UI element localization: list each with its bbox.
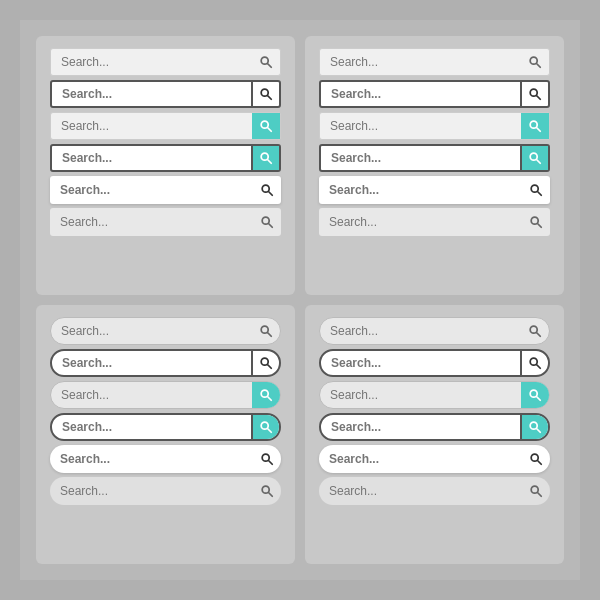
search-button-8[interactable]	[520, 82, 548, 106]
search-input-11[interactable]	[319, 176, 522, 204]
search-button-24[interactable]	[522, 477, 550, 505]
search-input-13[interactable]	[51, 318, 252, 344]
search-bar-24[interactable]	[319, 477, 550, 505]
search-button-12[interactable]	[522, 208, 550, 236]
search-icon-20	[528, 356, 542, 370]
search-button-23[interactable]	[522, 445, 550, 473]
search-bar-9[interactable]	[319, 112, 550, 140]
search-icon-2	[259, 87, 273, 101]
search-bar-11[interactable]	[319, 176, 550, 204]
search-input-16[interactable]	[52, 415, 251, 439]
search-bar-20[interactable]	[319, 349, 550, 377]
search-input-7[interactable]	[320, 49, 521, 75]
search-bar-6[interactable]	[50, 208, 281, 236]
search-bar-7[interactable]	[319, 48, 550, 76]
search-input-5[interactable]	[50, 176, 253, 204]
search-bar-2[interactable]	[50, 80, 281, 108]
search-icon-14	[259, 356, 273, 370]
search-input-10[interactable]	[321, 146, 520, 170]
search-icon-4	[259, 151, 273, 165]
search-icon-21	[528, 388, 542, 402]
quadrant-top-left	[36, 36, 295, 295]
search-icon-11	[529, 183, 543, 197]
search-icon-17	[260, 452, 274, 466]
search-icon-12	[529, 215, 543, 229]
search-input-23[interactable]	[319, 445, 522, 473]
search-button-16[interactable]	[251, 415, 279, 439]
search-bar-8[interactable]	[319, 80, 550, 108]
search-icon-13	[259, 324, 273, 338]
search-bar-18[interactable]	[50, 477, 281, 505]
search-bar-19[interactable]	[319, 317, 550, 345]
search-icon-1	[259, 55, 273, 69]
search-icon-23	[529, 452, 543, 466]
search-bar-5[interactable]	[50, 176, 281, 204]
search-input-8[interactable]	[321, 82, 520, 106]
search-icon-8	[528, 87, 542, 101]
search-bar-4[interactable]	[50, 144, 281, 172]
search-button-11[interactable]	[522, 176, 550, 204]
search-icon-10	[528, 151, 542, 165]
search-button-3[interactable]	[252, 113, 280, 139]
search-input-20[interactable]	[321, 351, 520, 375]
search-button-15[interactable]	[252, 382, 280, 408]
search-bar-3[interactable]	[50, 112, 281, 140]
search-icon-24	[529, 484, 543, 498]
search-button-21[interactable]	[521, 382, 549, 408]
search-input-6[interactable]	[50, 208, 253, 236]
search-icon-7	[528, 55, 542, 69]
search-input-17[interactable]	[50, 445, 253, 473]
search-button-2[interactable]	[251, 82, 279, 106]
search-input-14[interactable]	[52, 351, 251, 375]
main-container	[20, 20, 580, 580]
search-button-1[interactable]	[252, 49, 280, 75]
search-input-12[interactable]	[319, 208, 522, 236]
search-icon-18	[260, 484, 274, 498]
search-input-22[interactable]	[321, 415, 520, 439]
search-bar-15[interactable]	[50, 381, 281, 409]
search-input-19[interactable]	[320, 318, 521, 344]
search-button-5[interactable]	[253, 176, 281, 204]
search-bar-13[interactable]	[50, 317, 281, 345]
search-icon-6	[260, 215, 274, 229]
search-button-19[interactable]	[521, 318, 549, 344]
search-button-7[interactable]	[521, 49, 549, 75]
search-button-17[interactable]	[253, 445, 281, 473]
search-bar-22[interactable]	[319, 413, 550, 441]
search-bar-14[interactable]	[50, 349, 281, 377]
search-icon-5	[260, 183, 274, 197]
quadrant-bottom-right	[305, 305, 564, 564]
search-input-2[interactable]	[52, 82, 251, 106]
search-button-18[interactable]	[253, 477, 281, 505]
search-icon-3	[259, 119, 273, 133]
search-bar-10[interactable]	[319, 144, 550, 172]
search-button-6[interactable]	[253, 208, 281, 236]
search-button-22[interactable]	[520, 415, 548, 439]
search-input-24[interactable]	[319, 477, 522, 505]
search-button-20[interactable]	[520, 351, 548, 375]
search-icon-15	[259, 388, 273, 402]
search-input-1[interactable]	[51, 49, 252, 75]
search-button-4[interactable]	[251, 146, 279, 170]
search-button-9[interactable]	[521, 113, 549, 139]
search-icon-19	[528, 324, 542, 338]
search-bar-17[interactable]	[50, 445, 281, 473]
search-input-15[interactable]	[51, 382, 252, 408]
search-icon-16	[259, 420, 273, 434]
search-button-10[interactable]	[520, 146, 548, 170]
search-bar-1[interactable]	[50, 48, 281, 76]
search-bar-21[interactable]	[319, 381, 550, 409]
search-input-9[interactable]	[320, 113, 521, 139]
search-input-21[interactable]	[320, 382, 521, 408]
search-input-3[interactable]	[51, 113, 252, 139]
search-bar-16[interactable]	[50, 413, 281, 441]
search-input-4[interactable]	[52, 146, 251, 170]
quadrant-top-right	[305, 36, 564, 295]
search-bar-12[interactable]	[319, 208, 550, 236]
search-button-14[interactable]	[251, 351, 279, 375]
quadrant-bottom-left	[36, 305, 295, 564]
search-icon-9	[528, 119, 542, 133]
search-bar-23[interactable]	[319, 445, 550, 473]
search-input-18[interactable]	[50, 477, 253, 505]
search-button-13[interactable]	[252, 318, 280, 344]
